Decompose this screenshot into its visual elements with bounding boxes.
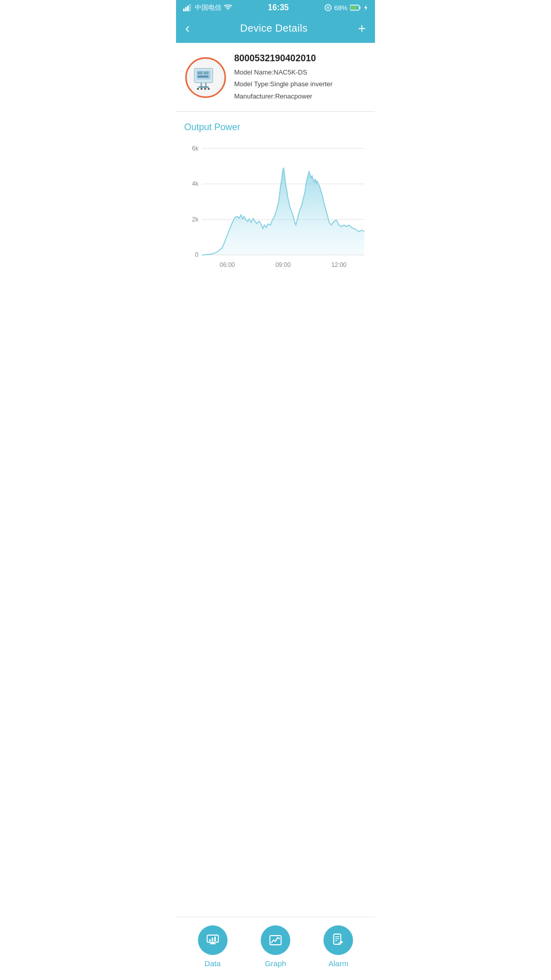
- svg-rect-14: [201, 83, 202, 87]
- model-type-value: Single phase inverter: [270, 80, 333, 88]
- svg-rect-7: [359, 7, 360, 9]
- app-header: ‹ Device Details +: [176, 15, 375, 43]
- device-details: 8000532190402010 Model Name:NAC5K-DS Mod…: [234, 53, 333, 102]
- svg-text:4k: 4k: [192, 180, 198, 187]
- manufacturer-value: Renacpower: [275, 92, 312, 100]
- battery-icon: [350, 5, 361, 11]
- model-type-label: Model Type:: [234, 80, 270, 88]
- back-button[interactable]: ‹: [185, 21, 190, 35]
- device-model-type: Model Type:Single phase inverter: [234, 78, 333, 90]
- svg-point-5: [327, 6, 330, 9]
- chart-container: 6k 4k 2k 0 06:00 09:00 12:00: [184, 141, 367, 284]
- status-right: 68%: [324, 4, 368, 12]
- model-name-value: NAC5K-DS: [273, 68, 307, 76]
- svg-rect-16: [198, 86, 209, 88]
- svg-rect-0: [183, 9, 185, 11]
- svg-rect-1: [185, 7, 187, 11]
- device-manufacturer: Manufacturer:Renacpower: [234, 90, 333, 102]
- portrait-icon: [324, 4, 332, 11]
- status-bar: 中国电信 16:35 68%: [176, 0, 375, 15]
- svg-rect-13: [197, 76, 209, 78]
- model-name-label: Model Name:: [234, 68, 273, 76]
- svg-text:6k: 6k: [192, 145, 198, 152]
- svg-rect-3: [189, 4, 191, 11]
- device-info-section: 8000532190402010 Model Name:NAC5K-DS Mod…: [176, 43, 375, 112]
- device-avatar: [185, 57, 226, 98]
- device-id: 8000532190402010: [234, 53, 333, 64]
- chart-section: Output Power 6k 4k 2k 0 06:00 09:00 12:0…: [176, 112, 375, 289]
- svg-rect-15: [205, 83, 207, 87]
- battery-percent: 68%: [334, 4, 347, 12]
- status-left: 中国电信: [183, 3, 232, 12]
- svg-text:0: 0: [195, 252, 198, 259]
- svg-text:09:00: 09:00: [276, 262, 291, 269]
- svg-point-17: [197, 88, 199, 90]
- svg-rect-2: [187, 6, 189, 11]
- svg-point-18: [201, 88, 203, 90]
- svg-text:12:00: 12:00: [331, 262, 346, 269]
- svg-point-20: [208, 88, 210, 90]
- svg-rect-12: [204, 71, 209, 75]
- svg-rect-8: [350, 6, 357, 10]
- page-title: Device Details: [240, 22, 308, 34]
- svg-rect-11: [197, 71, 203, 75]
- status-time: 16:35: [268, 3, 289, 12]
- inverter-image: [190, 62, 221, 93]
- charging-icon: [364, 5, 368, 11]
- wifi-icon: [224, 5, 232, 11]
- carrier-name: 中国电信: [195, 3, 221, 12]
- svg-text:06:00: 06:00: [220, 262, 235, 269]
- svg-point-19: [204, 88, 206, 90]
- power-chart: 6k 4k 2k 0 06:00 09:00 12:00: [184, 141, 367, 284]
- signal-icon: [183, 4, 192, 11]
- add-button[interactable]: +: [358, 21, 366, 35]
- svg-text:2k: 2k: [192, 216, 198, 223]
- device-model-name: Model Name:NAC5K-DS: [234, 66, 333, 78]
- manufacturer-label: Manufacturer:: [234, 92, 275, 100]
- chart-title: Output Power: [184, 122, 367, 133]
